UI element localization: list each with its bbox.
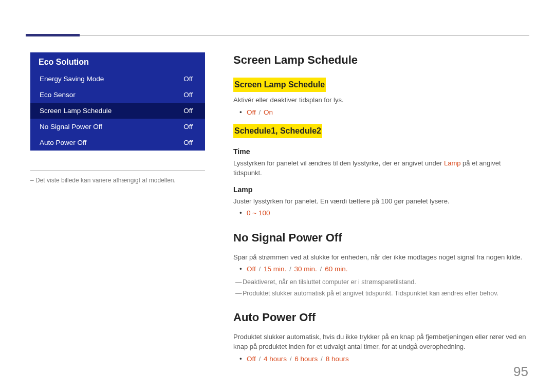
menu-row-label: No Signal Power Off (40, 123, 102, 130)
option-separator: / (256, 108, 264, 116)
option-value: 30 min. (294, 265, 317, 273)
subheading-screen-lamp-schedule: Screen Lamp Schedule (233, 78, 326, 92)
menu-row-value: Off (183, 91, 196, 99)
desc-apo: Produktet slukker automatisk, hvis du ik… (233, 332, 526, 352)
option-value: On (264, 108, 273, 116)
option-separator: / (256, 355, 264, 363)
menu-title: Eco Solution (30, 52, 205, 71)
option-value: 15 min. (264, 265, 286, 273)
note-nspo-1: Deaktiveret, når en tilsluttet computer … (233, 277, 526, 287)
desc-lamp: Juster lysstyrken for panelet. En værdi … (233, 196, 526, 207)
option-value: 60 min. (325, 265, 347, 273)
option-value: 8 hours (326, 355, 349, 363)
heading-screen-lamp-schedule: Screen Lamp Schedule (233, 51, 526, 68)
desc-time: Lysstyrken for panelet vil ændres til de… (233, 158, 526, 178)
menu-row-value: Off (183, 123, 196, 130)
heading-lamp: Lamp (233, 184, 526, 195)
menu-row-label: Energy Saving Mode (40, 75, 104, 83)
left-divider (30, 170, 205, 171)
option-value: Off (247, 265, 256, 273)
option-value: 6 hours (294, 355, 318, 363)
header-rule (26, 35, 529, 35)
menu-row-auto-power-off[interactable]: Auto Power OffOff (30, 135, 205, 151)
content: Screen Lamp Schedule Screen Lamp Schedul… (233, 51, 526, 367)
menu-row-eco-sensor[interactable]: Eco SensorOff (30, 87, 205, 103)
menu-row-value: Off (183, 75, 196, 83)
menu-row-value: Off (183, 107, 196, 115)
desc-time-a: Lysstyrken for panelet vil ændres til de… (233, 159, 444, 167)
menu-row-no-signal-power-off[interactable]: No Signal Power OffOff (30, 119, 205, 135)
desc-sls: Aktivér eller deaktiver tidsplan for lys… (233, 95, 526, 105)
heading-auto-power-off: Auto Power Off (233, 309, 526, 326)
heading-no-signal-power-off: No Signal Power Off (233, 229, 526, 246)
header-accent (26, 34, 80, 36)
menu-row-energy-saving-mode[interactable]: Energy Saving ModeOff (30, 71, 205, 87)
image-disclaimer: – Det viste billede kan variere afhængig… (30, 176, 205, 185)
option-separator: / (317, 265, 325, 273)
opts-lamp: 0 ~ 100 (247, 208, 526, 218)
eco-solution-menu: Eco Solution Energy Saving ModeOffEco Se… (30, 52, 205, 151)
menu-row-label: Auto Power Off (40, 139, 86, 146)
opts-nspo: Off / 15 min. / 30 min. / 60 min. (247, 264, 526, 274)
option-separator: / (286, 265, 294, 273)
subheading-schedule12: Schedule1, Schedule2 (233, 124, 322, 138)
lamp-range: 0 ~ 100 (247, 209, 270, 217)
heading-time: Time (233, 146, 526, 157)
option-value: 4 hours (264, 355, 287, 363)
opts-sls: Off / On (247, 107, 526, 118)
option-separator: / (287, 355, 294, 363)
menu-row-screen-lamp-schedule[interactable]: Screen Lamp ScheduleOff (30, 103, 205, 119)
desc-time-hl: Lamp (444, 159, 461, 167)
desc-nspo: Spar på strømmen ved at slukke for enhed… (233, 252, 526, 263)
option-value: Off (247, 355, 256, 363)
opts-apo: Off / 4 hours / 6 hours / 8 hours (247, 354, 526, 364)
page-number: 95 (513, 364, 528, 380)
option-value: Off (247, 108, 256, 116)
menu-row-label: Screen Lamp Schedule (40, 107, 112, 115)
option-separator: / (318, 355, 325, 363)
note-nspo-2: Produktet slukker automatisk på et angiv… (233, 289, 526, 298)
option-separator: / (256, 265, 264, 273)
menu-row-label: Eco Sensor (40, 91, 76, 99)
menu-row-value: Off (183, 139, 196, 146)
